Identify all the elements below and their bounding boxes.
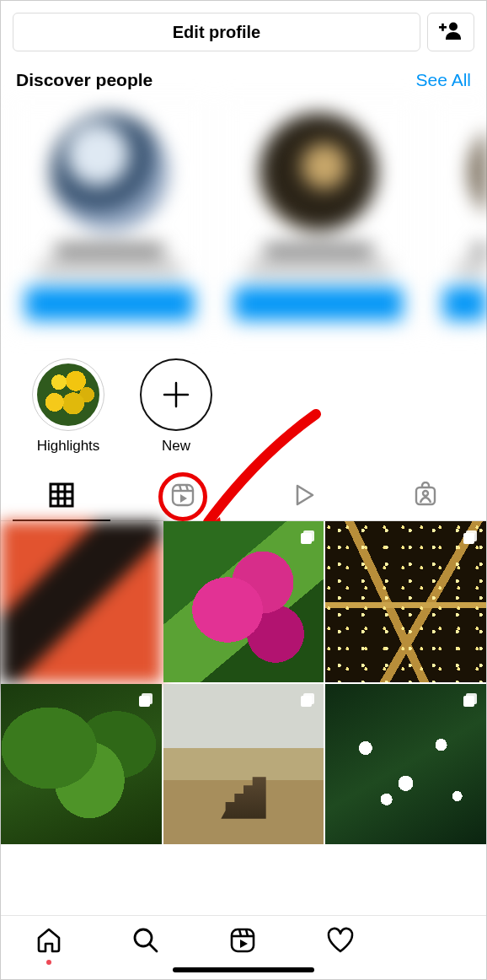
suggested-name [264,245,373,256]
nav-activity[interactable] [325,926,356,958]
suggested-name [473,245,486,256]
carousel-icon [461,691,479,713]
suggested-person-card[interactable] [431,100,486,333]
follow-button[interactable] [25,287,194,320]
edit-profile-label: Edit profile [173,23,260,42]
suggested-subtext [247,263,390,275]
grid-icon [48,482,75,512]
carousel-icon [298,528,317,550]
post-thumbnail[interactable] [163,684,324,845]
svg-rect-18 [303,530,314,541]
svg-line-28 [150,945,157,951]
tagged-icon [412,482,439,512]
highlight-ring [32,358,104,431]
suggested-subtext [456,263,486,275]
avatar [51,113,169,231]
new-highlight-button[interactable]: New [134,358,218,455]
home-icon [35,943,63,957]
suggested-people-carousel[interactable] [1,100,486,340]
svg-rect-22 [142,693,153,704]
tab-video[interactable] [244,473,365,520]
annotation-circle [158,472,207,521]
posts-grid [1,521,486,844]
avatar [260,113,377,231]
svg-rect-2 [442,24,444,31]
see-all-link[interactable]: See All [416,70,471,90]
tab-tagged[interactable] [365,473,486,520]
suggested-person-card[interactable] [13,100,206,333]
add-person-icon [439,21,463,43]
svg-point-27 [135,929,152,946]
highlight-label: Highlights [37,438,100,455]
discover-people-button[interactable] [427,13,474,51]
carousel-icon [298,691,317,713]
svg-rect-6 [51,484,72,506]
svg-rect-29 [232,929,254,951]
home-indicator [173,967,314,972]
follow-button[interactable] [443,287,486,320]
post-thumbnail[interactable] [1,684,162,845]
highlight-cover [35,362,101,428]
discover-people-title: Discover people [16,70,153,90]
post-thumbnail[interactable] [325,684,486,845]
svg-rect-26 [466,693,477,704]
avatar [468,113,486,231]
carousel-icon [136,691,155,713]
svg-point-16 [423,491,428,496]
carousel-icon [461,528,479,550]
search-icon [131,943,160,957]
plus-circle-icon [140,358,212,431]
play-icon [291,482,318,512]
post-thumbnail[interactable] [163,521,324,682]
suggested-subtext [38,263,181,275]
svg-rect-20 [466,530,477,541]
follow-button[interactable] [234,287,403,320]
post-thumbnail[interactable] [1,521,162,682]
reels-icon [228,943,257,957]
suggested-person-card[interactable] [222,100,415,333]
notification-dot [46,960,51,965]
story-highlight[interactable]: Highlights [26,358,110,455]
nav-reels[interactable] [228,926,257,958]
nav-home[interactable] [35,926,63,958]
post-thumbnail[interactable] [325,521,486,682]
tab-posts-grid[interactable] [1,473,122,520]
svg-point-0 [449,23,458,31]
heart-icon [325,943,356,957]
highlight-label: New [162,438,190,455]
nav-search[interactable] [131,926,160,958]
svg-rect-24 [303,693,314,704]
suggested-name [55,245,164,256]
edit-profile-button[interactable]: Edit profile [13,13,420,51]
tab-reels[interactable] [122,473,244,520]
